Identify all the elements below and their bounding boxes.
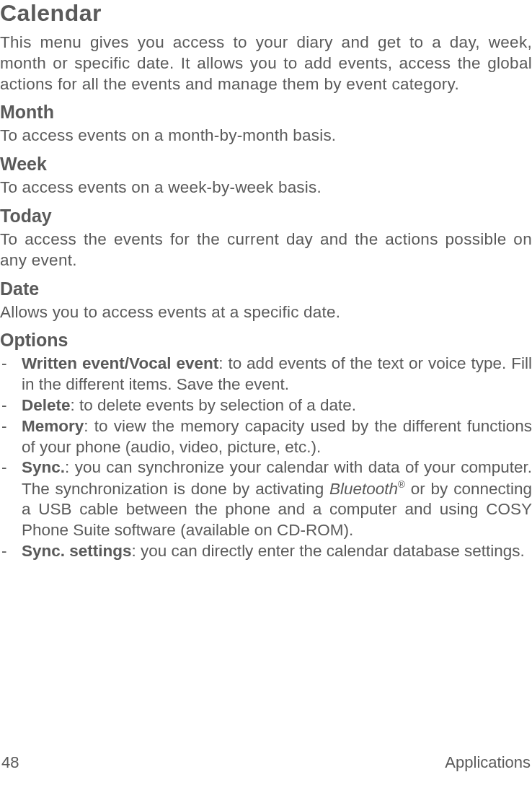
bullet-dash: - [0, 354, 22, 395]
list-item: - Sync.: you can synchronize your calend… [0, 457, 532, 541]
bullet-dash: - [0, 416, 22, 458]
option-label: Sync. settings [22, 542, 132, 560]
option-memory: Memory: to view the memory capacity used… [22, 416, 532, 458]
options-list: - Written event/Vocal event: to add even… [0, 354, 532, 561]
bluetooth-word: Bluetooth [329, 480, 398, 498]
page-title: Calendar [0, 0, 532, 27]
bullet-dash: - [0, 457, 22, 541]
option-label: Written event/Vocal event [22, 354, 218, 372]
list-item: - Sync. settings: you can directly enter… [0, 541, 532, 562]
list-item: - Written event/Vocal event: to add even… [0, 354, 532, 395]
month-body: To access events on a month-by-month bas… [0, 126, 532, 146]
option-label: Delete [22, 396, 71, 414]
option-sync-settings: Sync. settings: you can directly enter t… [22, 541, 532, 562]
page-number: 48 [1, 753, 19, 772]
options-heading: Options [0, 330, 532, 351]
list-item: - Memory: to view the memory capacity us… [0, 416, 532, 458]
option-label: Memory [22, 417, 84, 435]
option-written-event: Written event/Vocal event: to add events… [22, 354, 532, 395]
week-body: To access events on a week-by-week basis… [0, 177, 532, 198]
date-body: Allows you to access events at a specifi… [0, 302, 532, 323]
bullet-dash: - [0, 541, 22, 562]
registered-symbol: ® [398, 479, 405, 490]
week-heading: Week [0, 154, 532, 175]
month-heading: Month [0, 102, 532, 123]
option-text: : to view the memory capacity used by th… [22, 417, 532, 456]
page-container: Calendar This menu gives you access to y… [0, 0, 532, 562]
page-footer: 48 Applications [0, 753, 532, 772]
option-sync: Sync.: you can synchronize your calendar… [22, 457, 532, 541]
section-name: Applications [445, 753, 531, 772]
list-item: - Delete: to delete events by selection … [0, 395, 532, 416]
bullet-dash: - [0, 395, 22, 416]
date-heading: Date [0, 279, 532, 299]
option-delete: Delete: to delete events by selection of… [22, 395, 532, 416]
today-heading: Today [0, 206, 532, 227]
intro-paragraph: This menu gives you access to your diary… [0, 32, 532, 95]
option-label: Sync. [22, 458, 65, 476]
option-text: : to delete events by selection of a dat… [71, 396, 357, 414]
option-text: : you can directly enter the calendar da… [132, 542, 525, 560]
today-body: To access the events for the current day… [0, 229, 532, 271]
